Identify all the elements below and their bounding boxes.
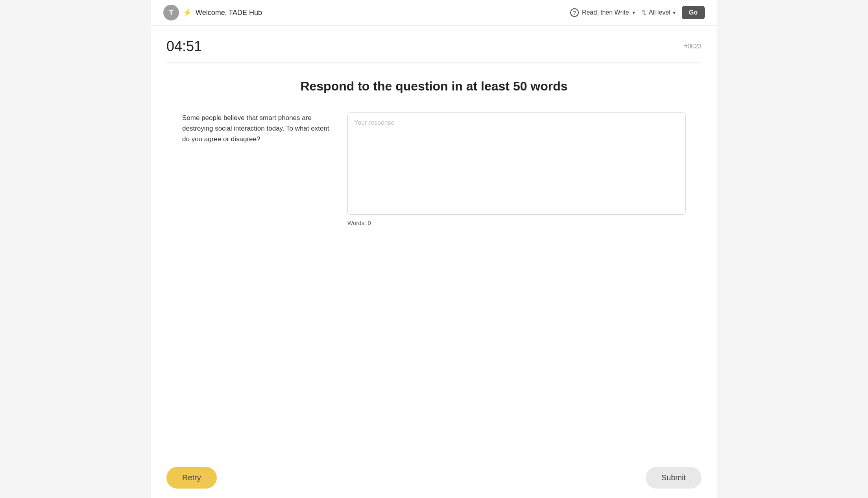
timer-row: 04:51 #0023 [166,38,702,55]
footer: Retry Submit [151,457,717,498]
go-button[interactable]: Go [682,6,705,19]
main-content: 04:51 #0023 Respond to the question in a… [151,26,717,457]
help-icon: ? [570,8,579,17]
header-left: T ⚡ Welcome, TADE Hub [163,5,262,20]
submit-button[interactable]: Submit [646,467,702,489]
level-selector[interactable]: ⇅ All level ▾ [641,9,676,17]
chevron-down-icon: ▾ [632,9,635,16]
instruction-title: Respond to the question in at least 50 w… [166,79,702,94]
question-number: #0023 [684,43,702,50]
header-right: ? Read, then Write ▾ ⇅ All level ▾ Go [570,6,705,19]
lightning-icon: ⚡ [183,8,192,17]
word-count: Words: 0 [347,219,686,226]
response-textarea[interactable] [347,113,686,215]
avatar: T [163,5,179,20]
question-text: Some people believe that smart phones ar… [182,113,332,145]
sort-icon: ⇅ [641,9,646,17]
response-area: Words: 0 [347,113,686,226]
level-label: All level [649,9,670,16]
retry-button[interactable]: Retry [166,467,217,489]
question-area: Some people believe that smart phones ar… [166,113,702,226]
mode-label: Read, then Write [582,9,629,16]
mode-selector[interactable]: ? Read, then Write ▾ [570,8,635,17]
app-container: T ⚡ Welcome, TADE Hub ? Read, then Write… [151,0,717,498]
header: T ⚡ Welcome, TADE Hub ? Read, then Write… [151,0,717,26]
level-chevron-icon: ▾ [673,9,676,16]
welcome-text: Welcome, TADE Hub [196,9,262,17]
divider [166,63,702,63]
timer-display: 04:51 [166,38,202,55]
